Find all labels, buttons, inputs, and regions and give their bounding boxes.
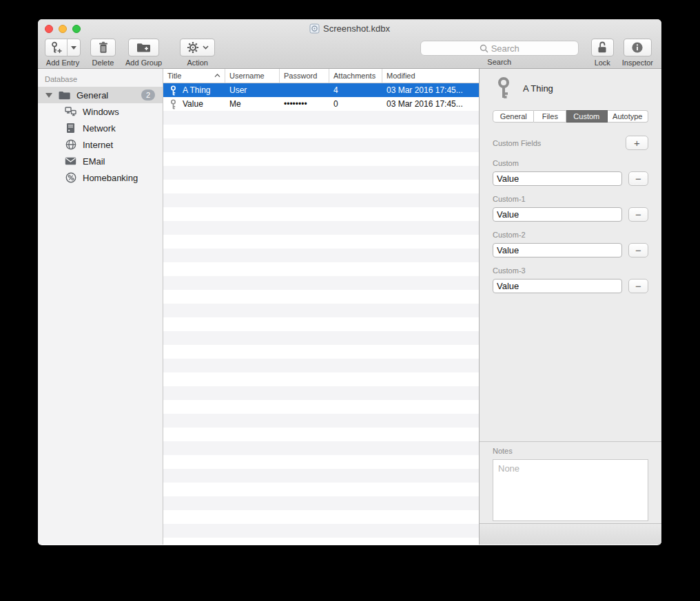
- search-icon: [480, 44, 488, 53]
- table-header: Title Username Password Attachments Modi…: [163, 69, 479, 83]
- sidebar-item-internet[interactable]: Internet: [38, 136, 163, 153]
- custom-field-group: Custom-2 −: [493, 231, 648, 257]
- folder-plus-icon: [136, 42, 151, 53]
- inspector-button[interactable]: [624, 39, 652, 56]
- add-entry-label: Add Entry: [46, 59, 79, 67]
- key-icon: [169, 99, 177, 109]
- lock-open-icon: [597, 41, 608, 54]
- sidebar-group-general[interactable]: General 2: [38, 87, 163, 103]
- custom-field-label: Custom-3: [493, 266, 648, 275]
- column-header-modified[interactable]: Modified: [382, 69, 479, 83]
- sidebar-item-label: Network: [83, 123, 116, 134]
- add-group-label: Add Group: [125, 59, 162, 67]
- add-group-button[interactable]: [128, 39, 159, 56]
- dropdown-arrow-icon: [71, 46, 76, 50]
- custom-field-label: Custom-2: [493, 231, 648, 239]
- notes-section: Notes None: [480, 441, 661, 523]
- sidebar-item-email[interactable]: EMail: [38, 153, 163, 169]
- homebanking-icon: [65, 172, 76, 183]
- remove-custom-field-button[interactable]: −: [628, 279, 648, 293]
- inspector-label: Inspector: [622, 59, 653, 67]
- tab-files[interactable]: Files: [534, 110, 566, 123]
- custom-field-value-input[interactable]: [493, 243, 622, 257]
- remove-custom-field-button[interactable]: −: [628, 243, 648, 257]
- action-label: Action: [187, 59, 208, 67]
- table-row[interactable]: Value Me •••••••• 0 03 Mar 2016 17:45...: [163, 97, 479, 111]
- tab-custom[interactable]: Custom: [566, 110, 607, 123]
- tab-general[interactable]: General: [493, 110, 534, 123]
- minus-icon: −: [635, 173, 641, 184]
- trash-icon: [98, 41, 109, 54]
- folder-icon: [59, 91, 70, 100]
- document-proxy-icon: [309, 23, 320, 34]
- column-header-title[interactable]: Title: [163, 69, 225, 83]
- custom-field-group: Custom-1 −: [493, 195, 648, 222]
- cell-modified: 03 Mar 2016 17:45...: [382, 85, 479, 95]
- sidebar-item-windows[interactable]: Windows: [38, 103, 163, 120]
- custom-fields-list: Custom − Custom-1 −: [493, 159, 648, 293]
- cell-username: Me: [225, 99, 280, 109]
- sidebar-group-label: General: [76, 90, 108, 101]
- custom-field-group: Custom −: [493, 159, 648, 186]
- window-chrome: Screenshot.kdbx Add Entry Delete: [38, 19, 661, 69]
- minus-icon: −: [635, 281, 641, 291]
- custom-field-value-input[interactable]: [493, 207, 622, 222]
- sidebar: Database General 2 Windows Network Inter…: [38, 69, 163, 545]
- plus-icon: +: [634, 138, 640, 148]
- search-placeholder: Search: [491, 43, 519, 54]
- inspector-footer: [480, 523, 661, 545]
- custom-field-value-input[interactable]: [493, 171, 622, 186]
- custom-field-label: Custom-1: [493, 195, 648, 203]
- sidebar-item-label: EMail: [83, 156, 105, 167]
- minus-icon: −: [635, 245, 641, 255]
- gear-icon: [187, 41, 199, 54]
- sidebar-item-network[interactable]: Network: [38, 120, 163, 136]
- info-icon: [631, 41, 644, 54]
- add-custom-field-button[interactable]: +: [626, 136, 648, 150]
- remove-custom-field-button[interactable]: −: [628, 171, 648, 186]
- disclosure-triangle-icon[interactable]: [45, 93, 52, 98]
- window-title: Screenshot.kdbx: [323, 23, 390, 34]
- custom-field-label: Custom: [493, 159, 648, 167]
- chevron-down-icon: [203, 45, 209, 50]
- column-header-username[interactable]: Username: [225, 69, 280, 83]
- network-icon: [65, 123, 76, 134]
- titlebar[interactable]: Screenshot.kdbx: [38, 19, 661, 37]
- delete-button[interactable]: [90, 39, 116, 56]
- cell-modified: 03 Mar 2016 17:45...: [382, 99, 479, 109]
- add-entry-button[interactable]: [45, 39, 81, 56]
- delete-label: Delete: [92, 59, 114, 67]
- lock-button[interactable]: [591, 39, 614, 56]
- app-window: Screenshot.kdbx Add Entry Delete: [38, 19, 661, 545]
- minus-icon: −: [635, 209, 641, 220]
- close-window-button[interactable]: [45, 25, 53, 33]
- cell-title: Value: [183, 99, 203, 109]
- email-icon: [65, 157, 76, 165]
- add-entry-dropdown[interactable]: [67, 39, 80, 56]
- action-button[interactable]: [180, 39, 215, 56]
- zoom-window-button[interactable]: [72, 25, 81, 33]
- search-label: Search: [487, 58, 511, 66]
- sidebar-section-header: Database: [38, 69, 163, 87]
- tab-autotype[interactable]: Autotype: [608, 110, 648, 123]
- windows-icon: [65, 107, 76, 116]
- sidebar-item-label: Internet: [83, 140, 113, 150]
- cell-attachments: 0: [329, 99, 382, 109]
- sidebar-item-label: Homebanking: [83, 173, 138, 183]
- notes-label: Notes: [493, 447, 648, 455]
- notes-textarea[interactable]: None: [493, 459, 648, 521]
- key-plus-icon[interactable]: [45, 39, 67, 56]
- inspector-entry-title: A Thing: [523, 83, 553, 94]
- key-icon: [169, 85, 177, 96]
- internet-globe-icon: [65, 139, 76, 150]
- minimize-window-button[interactable]: [59, 25, 67, 33]
- column-header-password[interactable]: Password: [280, 69, 329, 83]
- remove-custom-field-button[interactable]: −: [628, 207, 648, 222]
- entry-key-icon: [496, 77, 513, 100]
- custom-field-value-input[interactable]: [493, 279, 622, 293]
- inspector-panel: A Thing General Files Custom Autotype Cu…: [479, 69, 661, 545]
- search-input[interactable]: Search: [420, 41, 579, 56]
- sidebar-item-homebanking[interactable]: Homebanking: [38, 169, 163, 186]
- table-row[interactable]: A Thing User 4 03 Mar 2016 17:45...: [163, 83, 479, 97]
- column-header-attachments[interactable]: Attachments: [329, 69, 382, 83]
